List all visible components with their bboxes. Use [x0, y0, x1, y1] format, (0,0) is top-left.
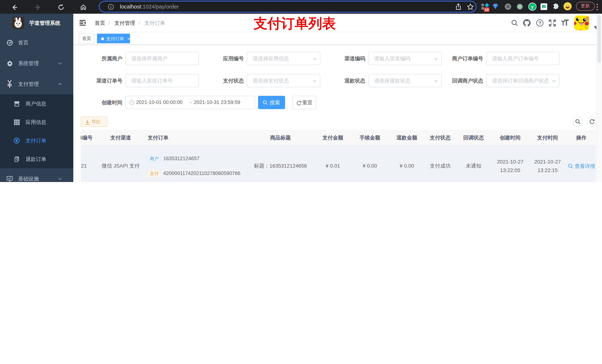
svg-text:?: ? [538, 21, 541, 26]
svg-text:⌘: ⌘ [506, 4, 510, 9]
svg-text:10: 10 [485, 8, 489, 12]
svg-text:y: y [531, 4, 534, 10]
